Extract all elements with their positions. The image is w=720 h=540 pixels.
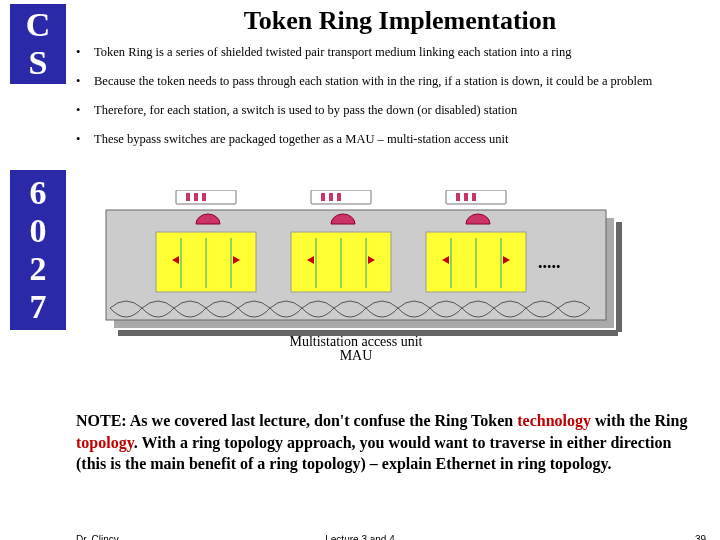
svg-rect-7 (329, 193, 333, 201)
note-paragraph: NOTE: As we covered last lecture, don't … (76, 410, 696, 475)
bullet-list: Token Ring is a series of shielded twist… (76, 44, 710, 160)
sidebar-digit: 7 (10, 288, 66, 326)
note-text: . With a ring topology approach, you wou… (76, 434, 671, 473)
note-text: NOTE: As we covered last lecture, don't … (76, 412, 517, 429)
footer-page-number: 39 (695, 534, 706, 540)
mau-diagram: ..... Multistation access unit MAU (76, 190, 636, 360)
sidebar-badge-course: 6 0 2 7 (10, 170, 66, 330)
note-text: with the Ring (591, 412, 687, 429)
sidebar-digit: 6 (10, 174, 66, 212)
note-emphasis-technology: technology (517, 412, 591, 429)
svg-rect-9 (456, 193, 460, 201)
bullet-item: Because the token needs to pass through … (76, 73, 710, 90)
footer-lecture: Lecture 3 and 4 (0, 534, 720, 540)
bullet-item: These bypass switches are packaged toget… (76, 131, 710, 148)
svg-rect-13 (616, 222, 622, 332)
svg-rect-5 (202, 193, 206, 201)
svg-rect-11 (472, 193, 476, 201)
bullet-item: Token Ring is a series of shielded twist… (76, 44, 710, 61)
svg-text:Multistation access unit: Multistation access unit (290, 334, 423, 349)
svg-rect-3 (186, 193, 190, 201)
page-title: Token Ring Implementation (140, 6, 660, 36)
svg-rect-10 (464, 193, 468, 201)
sidebar-letter: C (10, 6, 66, 44)
sidebar-badge-cs: C S (10, 4, 66, 84)
bullet-item: Therefore, for each station, a switch is… (76, 102, 710, 119)
sidebar-letter: S (10, 44, 66, 82)
svg-rect-6 (321, 193, 325, 201)
sidebar-digit: 2 (10, 250, 66, 288)
svg-rect-8 (337, 193, 341, 201)
note-emphasis-topology: topology (76, 434, 134, 451)
sidebar-digit: 0 (10, 212, 66, 250)
svg-text:MAU: MAU (340, 348, 373, 360)
svg-rect-4 (194, 193, 198, 201)
svg-text:.....: ..... (538, 252, 561, 272)
